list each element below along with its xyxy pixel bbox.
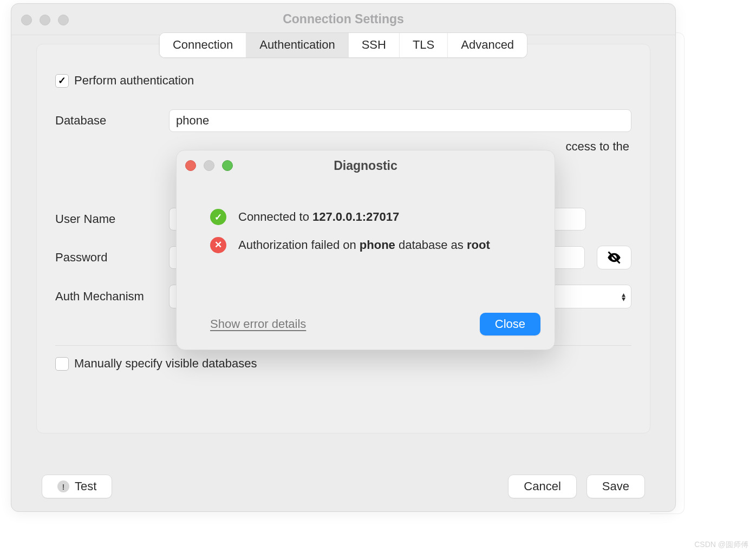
tab-ssh[interactable]: SSH — [349, 33, 400, 57]
diagnostic-connected-row: ✓ Connected to 127.0.0.1:27017 — [210, 209, 536, 225]
auth-failed-text: Authorization failed on phone database a… — [238, 238, 490, 252]
checkmark-icon: ✓ — [55, 74, 69, 88]
warning-icon: ! — [57, 480, 69, 492]
x-circle-icon: ✕ — [210, 237, 226, 253]
check-circle-icon: ✓ — [210, 209, 226, 225]
show-error-details-link[interactable]: Show error details — [210, 317, 306, 331]
connection-settings-window: Connection Settings Connection Authentic… — [11, 3, 676, 512]
test-label: Test — [75, 479, 96, 493]
window-title: Connection Settings — [11, 12, 675, 27]
database-value: phone — [176, 114, 209, 128]
manual-databases-label: Manually specify visible databases — [74, 357, 257, 371]
cancel-button[interactable]: Cancel — [508, 475, 576, 498]
close-icon[interactable] — [185, 160, 196, 171]
toggle-password-visibility-button[interactable] — [597, 246, 631, 269]
connected-text: Connected to 127.0.0.1:27017 — [238, 210, 399, 224]
tab-bar: Connection Authentication SSH TLS Advanc… — [159, 32, 527, 58]
minimize-icon[interactable] — [204, 160, 214, 171]
dialog-body: ✓ Connected to 127.0.0.1:27017 ✕ Authori… — [177, 181, 555, 253]
database-label: Database — [55, 114, 169, 128]
database-field[interactable]: phone — [169, 109, 631, 132]
tab-authentication[interactable]: Authentication — [246, 33, 348, 57]
dialog-footer: Show error details Close — [210, 313, 540, 335]
tab-advanced[interactable]: Advanced — [448, 33, 527, 57]
watermark: CSDN @圆师傅 — [694, 540, 748, 550]
minimize-icon[interactable] — [40, 15, 50, 25]
dialog-title: Diagnostic — [177, 159, 555, 173]
traffic-lights — [21, 15, 69, 25]
perform-auth-checkbox[interactable]: ✓ Perform authentication — [55, 74, 631, 88]
diagnostic-dialog: Diagnostic ✓ Connected to 127.0.0.1:2701… — [176, 150, 555, 350]
tab-tls[interactable]: TLS — [400, 33, 448, 57]
titlebar: Connection Settings — [11, 4, 675, 35]
close-icon[interactable] — [21, 15, 32, 25]
dialog-titlebar: Diagnostic — [177, 150, 555, 181]
save-label: Save — [602, 479, 629, 493]
maximize-icon[interactable] — [222, 160, 233, 171]
maximize-icon[interactable] — [58, 15, 69, 25]
tab-connection[interactable]: Connection — [160, 33, 246, 57]
cancel-label: Cancel — [524, 479, 561, 493]
perform-auth-label: Perform authentication — [74, 74, 194, 88]
diagnostic-auth-failed-row: ✕ Authorization failed on phone database… — [210, 237, 536, 253]
test-button[interactable]: ! Test — [42, 475, 112, 498]
dialog-traffic-lights — [185, 160, 233, 171]
username-label: User Name — [55, 212, 169, 226]
checkbox-empty-icon — [55, 357, 69, 371]
manual-databases-checkbox[interactable]: Manually specify visible databases — [55, 357, 631, 371]
auth-mechanism-label: Auth Mechanism — [55, 289, 169, 304]
chevron-updown-icon: ▴▾ — [622, 292, 625, 301]
eye-off-icon — [607, 250, 622, 265]
footer: ! Test Cancel Save — [11, 475, 675, 498]
password-label: Password — [55, 251, 169, 265]
close-button[interactable]: Close — [480, 313, 540, 335]
save-button[interactable]: Save — [586, 475, 645, 498]
